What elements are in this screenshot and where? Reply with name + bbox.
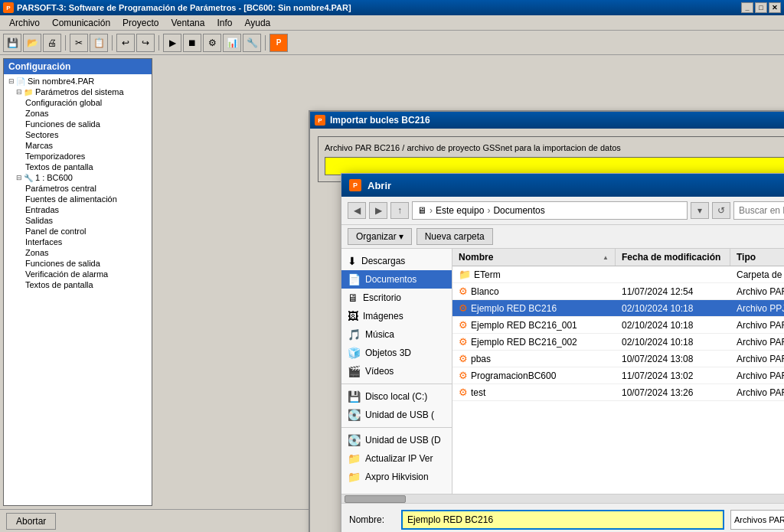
place-descargas[interactable]: ⬇ Descargas — [341, 252, 452, 270]
abort-button[interactable]: Abortar — [6, 513, 56, 530]
col-header-name[interactable]: Nombre ▲ — [452, 249, 616, 266]
file-cell-type: Archivo PAR — [730, 317, 784, 333]
tree-item-parametros-central[interactable]: Parámetros central — [5, 183, 150, 194]
breadcrumb-equipo[interactable]: Este equipo — [436, 205, 484, 216]
file-row[interactable]: 📁 ETerm Carpeta de archivos — [452, 266, 784, 283]
organize-button[interactable]: Organizar ▾ — [348, 228, 412, 245]
tree-item-entradas[interactable]: Entradas — [5, 204, 150, 215]
app-icon: P — [3, 2, 14, 13]
tree-item-zonas[interactable]: Zonas — [5, 108, 150, 119]
place-videos[interactable]: 🎬 Vídeos — [341, 362, 452, 380]
place-imagenes[interactable]: 🖼 Imágenes — [341, 307, 452, 325]
tree-item-sectores[interactable]: Sectores — [5, 129, 150, 140]
nav-refresh-button[interactable]: ↺ — [712, 202, 730, 219]
par-file-icon: ⚙ — [459, 336, 468, 348]
file-cell-name: ⚙ ProgramacionBC600 — [452, 367, 616, 383]
toolbar-btn-redo[interactable]: ↪ — [136, 34, 155, 52]
place-objetos3d[interactable]: 🧊 Objetos 3D — [341, 344, 452, 362]
tree-item-textos-pantalla-2[interactable]: Textos de pantalla — [5, 279, 150, 290]
toolbar-btn-tools[interactable]: 🔧 — [243, 34, 261, 52]
tree-item-interfaces[interactable]: Interfaces — [5, 237, 150, 247]
toolbar-btn-save[interactable]: 💾 — [3, 34, 21, 52]
tree-item-panel-control[interactable]: Panel de control — [5, 226, 150, 237]
tree-item-config-global[interactable]: Configuración global — [5, 97, 150, 108]
toolbar-btn-paste[interactable]: 📋 — [90, 34, 108, 52]
file-row[interactable]: ⚙ Ejemplo RED BC216_002 02/10/2024 10:18… — [452, 334, 784, 351]
tree-item-marcas[interactable]: Marcas — [5, 140, 150, 151]
place-usb-2[interactable]: 💽 Unidad de USB (D — [341, 431, 452, 449]
workspace: P Importar bucles BC216 _ □ ✕ Archivo PA… — [155, 55, 784, 509]
place-actualizar[interactable]: 📁 Actualizar IP Ver — [341, 449, 452, 468]
menu-ayuda[interactable]: Ayuda — [238, 16, 276, 30]
open-dialog-titlebar: P Abrir ✕ — [341, 174, 784, 197]
col-header-type[interactable]: Tipo — [730, 249, 784, 266]
menu-archivo[interactable]: Archivo — [3, 16, 46, 30]
tree-item-zonas-bc600[interactable]: Zonas — [5, 247, 150, 258]
tree-item-funciones-salida[interactable]: Funciones de salida — [5, 119, 150, 129]
file-cell-name: 📁 ETerm — [452, 266, 616, 282]
tree-item-fuentes[interactable]: Fuentes de alimentación — [5, 194, 150, 204]
tree-item-textos-pantalla-1[interactable]: Textos de pantalla — [5, 162, 150, 172]
file-row[interactable]: ⚙ ProgramacionBC600 11/07/2024 13:02 Arc… — [452, 367, 784, 384]
nav-back-button[interactable]: ◀ — [348, 202, 366, 219]
file-row[interactable]: ⚙ Ejemplo RED BC216 02/10/2024 10:18 Arc… — [452, 300, 784, 317]
close-button[interactable]: ✕ — [769, 2, 781, 13]
toolbar-btn-undo[interactable]: ↩ — [116, 34, 135, 52]
place-separator-2 — [341, 427, 452, 428]
toolbar-btn-cut[interactable]: ✂ — [70, 34, 88, 52]
file-cell-name: ⚙ Ejemplo RED BC216_001 — [452, 317, 616, 333]
breadcrumb-icon: 🖥 — [417, 205, 426, 216]
tree-item-bc600[interactable]: ⊟ 🔧 1 : BC600 — [5, 172, 150, 183]
file-row[interactable]: ⚙ pbas 10/07/2024 13:08 Archivo PAR 835 … — [452, 351, 784, 367]
minimize-button[interactable]: _ — [741, 2, 753, 13]
nav-up-button[interactable]: ↑ — [390, 202, 409, 219]
place-disco-local[interactable]: 💾 Disco local (C:) — [341, 387, 452, 406]
toolbar-btn-open[interactable]: 📂 — [23, 34, 41, 52]
breadcrumb-documentos[interactable]: Documentos — [493, 205, 544, 216]
tree-item-root[interactable]: ⊟ 📄 Sin nombre4.PAR — [5, 76, 150, 86]
file-row[interactable]: ⚙ test 10/07/2024 13:26 Archivo PAR 835 … — [452, 384, 784, 401]
file-row[interactable]: ⚙ Blanco 11/07/2024 12:54 Archivo PAR 76… — [452, 283, 784, 300]
menu-proyecto[interactable]: Proyecto — [116, 16, 165, 30]
toolbar-btn-extra[interactable]: P — [270, 34, 288, 52]
col-header-date[interactable]: Fecha de modificación — [616, 249, 730, 266]
sidebar-tree: ⊟ 📄 Sin nombre4.PAR ⊟ 📁 Parámetros del s… — [4, 74, 152, 292]
file-cell-date: 11/07/2024 12:54 — [616, 283, 730, 299]
toolbar-sep-2 — [112, 35, 113, 51]
videos-icon: 🎬 — [348, 365, 361, 377]
place-musica[interactable]: 🎵 Música — [341, 325, 452, 344]
menu-info[interactable]: Info — [211, 16, 238, 30]
menu-comunicacion[interactable]: Comunicación — [46, 16, 116, 30]
tree-item-params[interactable]: ⊟ 📁 Parámetros del sistema — [5, 86, 150, 97]
tree-item-temporizadores[interactable]: Temporizadores — [5, 151, 150, 162]
toolbar-btn-settings[interactable]: ⚙ — [203, 34, 221, 52]
main-content: Configuración ⊟ 📄 Sin nombre4.PAR ⊟ 📁 Pa… — [0, 55, 784, 509]
place-usb-1[interactable]: 💽 Unidad de USB ( — [341, 406, 452, 424]
scrollbar-thumb[interactable] — [345, 495, 406, 503]
app-title: PARSOFT-3: Software de Programación de P… — [17, 3, 351, 12]
filetype-select[interactable]: Archivos PARSOFT (*.ppj;*.par) — [730, 510, 784, 530]
menu-ventana[interactable]: Ventana — [165, 16, 211, 30]
tree-item-salidas[interactable]: Salidas — [5, 215, 150, 226]
maximize-button[interactable]: □ — [755, 2, 767, 13]
horizontal-scrollbar[interactable] — [341, 494, 784, 503]
nav-forward-button[interactable]: ▶ — [369, 202, 387, 219]
images-icon: 🖼 — [348, 310, 358, 322]
file-cell-date: 10/07/2024 13:26 — [616, 384, 730, 400]
tree-item-verificacion[interactable]: Verificación de alarma — [5, 269, 150, 279]
file-row[interactable]: ⚙ Ejemplo RED BC216_001 02/10/2024 10:18… — [452, 317, 784, 334]
file-cell-name: ⚙ test — [452, 384, 616, 400]
search-input[interactable] — [733, 201, 784, 220]
new-folder-button[interactable]: Nueva carpeta — [416, 228, 493, 245]
filename-input[interactable] — [401, 510, 724, 530]
toolbar-btn-run[interactable]: ▶ — [163, 34, 181, 52]
place-escritorio[interactable]: 🖥 Escritorio — [341, 289, 452, 307]
place-documentos[interactable]: 📄 Documentos — [341, 270, 452, 289]
toolbar-btn-chart[interactable]: 📊 — [223, 34, 241, 52]
toolbar-btn-stop[interactable]: ⏹ — [183, 34, 201, 52]
nav-dropdown-button[interactable]: ▾ — [691, 202, 709, 219]
file-cell-name: ⚙ Ejemplo RED BC216_002 — [452, 334, 616, 350]
toolbar-btn-print[interactable]: 🖨 — [43, 34, 61, 52]
place-axpro[interactable]: 📁 Axpro Hikvision — [341, 468, 452, 486]
tree-item-funciones-salida-bc600[interactable]: Funciones de salida — [5, 258, 150, 269]
